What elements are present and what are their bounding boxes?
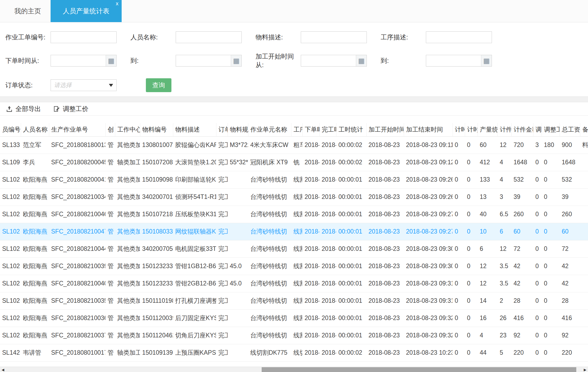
table-cell: 打孔横刀座调整 xyxy=(173,292,216,309)
table-row[interactable]: SL109李兵SFC_201808200045管轴类加工1501072086大滚… xyxy=(0,154,588,171)
table-cell xyxy=(580,257,588,275)
calendar-icon[interactable]: ▦ xyxy=(356,55,367,66)
table-cell: 60 xyxy=(560,223,580,240)
table-row[interactable]: SL102欧阳海燕SFC_201808210040管其他类加工150123233… xyxy=(0,275,588,292)
tab-home[interactable]: 我的主页 xyxy=(5,0,51,22)
table-cell: 412 xyxy=(478,154,497,171)
table-cell: SL102 xyxy=(0,240,21,257)
table-cell: 0 xyxy=(533,188,542,206)
scrollbar-thumb[interactable] xyxy=(262,367,576,372)
calendar-icon[interactable]: ▦ xyxy=(231,55,241,66)
table-row[interactable]: SL102欧阳海燕SFC_201808210034管其他类加工340200701… xyxy=(0,188,588,206)
material-desc-input[interactable] xyxy=(301,31,367,43)
table-cell: 其他类加工 xyxy=(115,309,140,327)
scroll-left-arrow-icon[interactable]: ◀ xyxy=(0,367,6,372)
table-row[interactable]: SL102欧阳海燕SFC_201808210037管其他类加工150112046… xyxy=(0,327,588,344)
table-cell: 完工 xyxy=(216,309,228,327)
table-cell: 12 xyxy=(478,257,497,275)
table-cell: 2018-08-23 xyxy=(366,257,404,275)
table-cell: 0 xyxy=(542,223,560,240)
start-date-from-input[interactable] xyxy=(301,55,356,66)
tab-bar: 我的主页 人员产量统计表 x xyxy=(0,0,588,22)
scrollbar-track[interactable]: ◀ ▶ xyxy=(0,367,588,372)
table-cell: 线切割DK775 xyxy=(248,344,291,361)
table-cell: 42 xyxy=(511,257,533,275)
column-header: 工序 xyxy=(291,123,302,136)
table-cell: 2018-08 xyxy=(319,257,336,275)
tab-close-icon[interactable]: x xyxy=(116,1,118,6)
table-cell: 2018-08-23 xyxy=(366,206,404,223)
tab-personnel-output[interactable]: 人员产量统计表 x xyxy=(51,0,122,22)
table-cell: SFC_201808210040 xyxy=(49,275,105,292)
table-cell: 2018-08-23 xyxy=(366,154,404,171)
table-cell: 42 xyxy=(560,257,580,275)
start-date-to-input[interactable] xyxy=(426,55,481,66)
table-cell: 0 xyxy=(453,223,465,240)
table-cell: 2018-08 xyxy=(319,154,336,171)
column-header: 备注 xyxy=(580,123,588,136)
table-cell: 台湾砂特线切 xyxy=(248,188,291,206)
column-header: 调整工价 xyxy=(542,123,560,136)
table-row[interactable]: SL102欧阳海燕SFC_201808210035管其他类加工150111019… xyxy=(0,292,588,309)
table-cell xyxy=(228,344,248,361)
table-cell: 欧阳海燕 xyxy=(21,223,49,240)
table-cell: 轴类加工 xyxy=(115,344,140,361)
table-row[interactable]: SL102欧阳海燕SFC_201808210047管其他类加工150108033… xyxy=(0,223,588,240)
column-header: 总工资 xyxy=(560,123,580,136)
calendar-icon[interactable]: ▦ xyxy=(106,55,116,66)
table-cell: 4 xyxy=(478,327,497,344)
table-cell: 管钳2GB12-B6 xyxy=(173,275,216,292)
order-date-from-label: 下单时间从: xyxy=(5,56,51,65)
table-row[interactable]: SL142韦讲管SFC_201808010017管轴类加工1501091395上… xyxy=(0,344,588,361)
filter-row-2: 下单时间从: ▦ 到: ▦ 加工开始时间从: ▦ 到: ▦ xyxy=(5,52,588,69)
table-cell: 完工 xyxy=(216,257,228,275)
table-cell: 欧阳海燕 xyxy=(21,327,49,344)
order-status-select[interactable]: 请选择 xyxy=(51,79,117,91)
table-cell: 00:00:02 xyxy=(336,136,366,154)
process-desc-label: 工序描述: xyxy=(381,33,426,42)
order-date-to-input[interactable] xyxy=(176,55,231,66)
table-cell: 1501110198 xyxy=(140,292,173,309)
table-cell xyxy=(228,309,248,327)
table-cell: 2018-08-23 09:27 xyxy=(404,206,453,223)
table-row[interactable]: SL102欧阳海燕SFC_201808210044管其他类加工340200705… xyxy=(0,240,588,257)
table-cell: 45.0 xyxy=(228,257,248,275)
start-date-to-field: 到: ▦ xyxy=(381,55,506,67)
table-cell: 2018-08-23 xyxy=(366,136,404,154)
table-row[interactable]: SL102欧阳海燕SFC_201808210039管其他类加工150123233… xyxy=(0,257,588,275)
export-all-button[interactable]: 全部导出 xyxy=(6,105,41,113)
table-cell: 532 xyxy=(511,171,533,188)
table-cell: 0 xyxy=(533,344,542,361)
table-cell: 0 xyxy=(542,154,560,171)
table-cell: 管 xyxy=(105,171,115,188)
table-cell: 00:00:01 xyxy=(336,327,366,344)
table-row[interactable]: SL102欧阳海燕SFC_201808210046管其他类加工150107218… xyxy=(0,206,588,223)
table-cell: 0 xyxy=(533,223,542,240)
table-cell: SFC_201808210044 xyxy=(49,240,105,257)
table-cell: SL102 xyxy=(0,275,21,292)
table-cell: 其他类加工 xyxy=(115,275,140,292)
adjust-price-button[interactable]: 调整工价 xyxy=(53,105,88,113)
person-name-input[interactable] xyxy=(176,31,242,43)
table-cell: 1501232333 xyxy=(140,275,173,292)
process-desc-input[interactable] xyxy=(426,31,492,43)
table-cell: 3 xyxy=(533,136,542,154)
table-cell: 线割 xyxy=(291,188,302,206)
table-cell: 220 xyxy=(511,344,533,361)
table-cell: 0 xyxy=(542,257,560,275)
table-row[interactable]: SL102欧阳海燕SFC_201808210036管其他类加工150112003… xyxy=(0,309,588,327)
table-cell: 管 xyxy=(105,257,115,275)
table-row[interactable]: SL102欧阳海燕SFC_201808200041管其他类加工150109098… xyxy=(0,171,588,188)
calendar-icon[interactable]: ▦ xyxy=(481,55,492,66)
column-header: 计件 xyxy=(497,123,511,136)
table-cell: 0 xyxy=(542,275,560,292)
table-cell: 其他类加工 xyxy=(115,188,140,206)
table-cell: 1501091395 xyxy=(140,344,173,361)
work-order-no-input[interactable] xyxy=(51,31,117,43)
search-button[interactable]: 查询 xyxy=(146,78,171,92)
table-cell: 39 xyxy=(511,188,533,206)
table-row[interactable]: SL133范立军SFC_201808180013管其他类加工1308010075… xyxy=(0,136,588,154)
table-cell: 管 xyxy=(105,154,115,171)
order-date-from-input[interactable] xyxy=(51,55,106,66)
scroll-right-arrow-icon[interactable]: ▶ xyxy=(582,367,588,372)
